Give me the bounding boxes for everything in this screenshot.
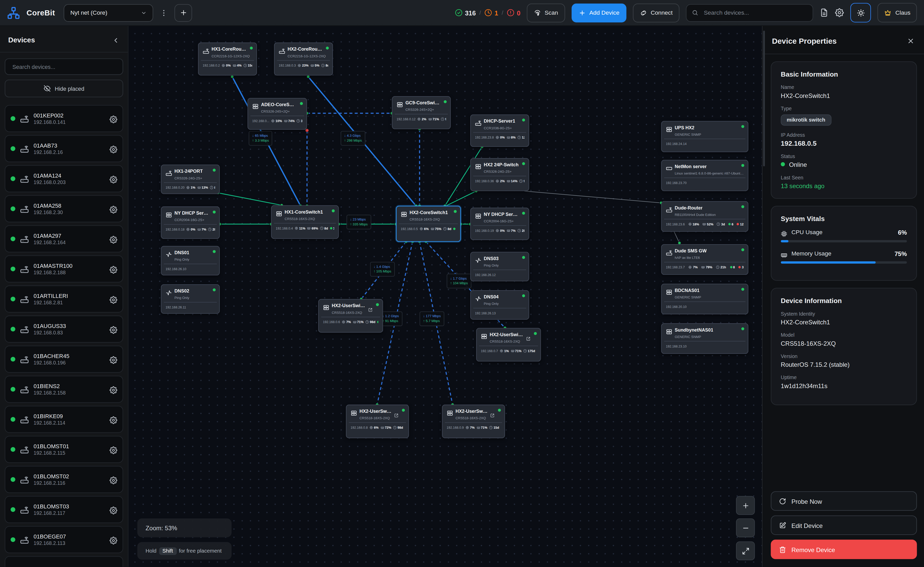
more-options-icon[interactable] xyxy=(160,8,168,18)
device-settings-gear-icon[interactable] xyxy=(110,325,117,333)
external-link-icon[interactable] xyxy=(368,304,372,308)
memory-stat: 71% xyxy=(510,349,521,352)
ram-icon xyxy=(380,426,384,429)
clock-icon xyxy=(524,349,527,352)
device-list-item[interactable]: 01BS1924-KAS102 xyxy=(4,556,123,567)
panel-scrollbar[interactable] xyxy=(763,31,765,166)
node-ip: 192.168.0.12 xyxy=(396,117,416,120)
device-settings-gear-icon[interactable] xyxy=(110,385,117,393)
node-adeo-coreswitch1[interactable]: ADEO-CoreSwitch1CRS326-24S+2Q+192.168.0.… xyxy=(248,98,307,130)
device-settings-gear-icon[interactable] xyxy=(110,235,117,243)
refresh-icon xyxy=(779,497,786,505)
node-dns03[interactable]: DNS03Ping Only192.168.26.12 xyxy=(470,252,529,281)
device-list-item[interactable]: 01AMASTR100192.168.2.188 xyxy=(4,256,123,283)
node-hx1-corerouter[interactable]: HX1-CoreRouterCCR2216-1G-12XS-2XQ192.168… xyxy=(198,42,257,75)
connect-button[interactable]: Connect xyxy=(633,3,680,22)
node-hx1-24port[interactable]: HX1-24PORTCRS326-24G-2S+192.168.0.201%13… xyxy=(161,164,220,194)
device-settings-gear-icon[interactable] xyxy=(110,476,117,483)
remove-device-button[interactable]: Remove Device xyxy=(771,540,917,559)
node-hx2-userswitch1[interactable]: HX2-UserSwitch1CRS518-16XS-2XQ192.168.0.… xyxy=(318,299,383,332)
device-list-item[interactable]: 01BLOMST02192.168.2.116 xyxy=(4,466,123,493)
probe-now-button[interactable]: Probe Now xyxy=(771,491,917,511)
node-sundbynetnas01[interactable]: SundbynetNAS01GENERIC SNMP192.168.23.10 xyxy=(661,323,748,353)
memory-stat: 5% xyxy=(310,63,319,67)
node-dns01[interactable]: DNS01Ping Only192.168.26.10 xyxy=(161,246,220,275)
zoom-out-button[interactable] xyxy=(736,519,755,537)
uptime-stat: 15d xyxy=(243,63,252,67)
device-list-item[interactable]: 01BACHER45192.168.0.196 xyxy=(4,346,123,373)
network-selector[interactable]: Nyt net (Core) xyxy=(64,4,154,22)
node-dns04[interactable]: DNS04Ping Only192.168.26.13 xyxy=(470,290,529,320)
node-dude-router[interactable]: Dude-RouterRB1100AHx4 Dude Edition192.16… xyxy=(661,201,748,232)
fit-view-button[interactable] xyxy=(736,541,755,560)
node-gc9-coreswitch1[interactable]: GC9-CoreSwitch1CRS326-24S+2Q+192.168.0.1… xyxy=(392,96,451,129)
external-link-icon[interactable] xyxy=(394,409,398,413)
node-dns02[interactable]: DNS02Ping Only192.168.26.11 xyxy=(161,284,220,314)
device-settings-gear-icon[interactable] xyxy=(110,295,117,303)
device-settings-gear-icon[interactable] xyxy=(110,355,117,363)
device-list-item[interactable]: 01BLOMST01192.168.2.115 xyxy=(4,436,123,463)
node-hx1-coreswitch1[interactable]: HX1-CoreSwitch1CRS518-16XS-2XQ192.168.0.… xyxy=(271,205,339,239)
collapse-sidebar-icon[interactable] xyxy=(112,36,120,44)
device-settings-gear-icon[interactable] xyxy=(110,114,117,122)
device-list-item[interactable]: 01BLOMST03192.168.2.117 xyxy=(4,496,123,523)
device-settings-gear-icon[interactable] xyxy=(110,145,117,152)
node-title: ADEO-CoreSwitch1 xyxy=(261,102,297,107)
uptime-stat: 91d xyxy=(519,179,524,182)
online-dot xyxy=(781,162,785,166)
online-dot xyxy=(10,327,15,331)
node-hx2-userswitch2[interactable]: HX2-UserSwitch2CRS518-16XS-2XQ192.168.0.… xyxy=(476,328,541,362)
node-hx2-24p-switch[interactable]: HX2 24P-SwitchCRS326-24G-2S+192.168.0.36… xyxy=(470,158,529,191)
node-ny-dhcp-server-hx1[interactable]: NY DHCP Server HX1CCR2004-16G-2S+192.168… xyxy=(161,206,220,239)
scan-button[interactable]: Scan xyxy=(527,3,565,22)
add-device-button[interactable]: Add Device xyxy=(572,3,627,22)
node-ny-dhcp-server-hx2[interactable]: NY DHCP Server HX2CCR2004-16G-2S+192.168… xyxy=(470,208,529,240)
node-bdcnas01[interactable]: BDCNAS01GENERIC SNMP192.168.20.10 xyxy=(661,284,748,314)
node-hx2-corerouter[interactable]: HX2-CoreRouterCCR2216-1G-12XS-2XQ192.168… xyxy=(274,42,333,75)
close-icon[interactable] xyxy=(907,37,915,45)
node-ups-hx2[interactable]: UPS HX2GENERIC SNMP192.168.24.14 xyxy=(661,121,748,152)
node-status-dot xyxy=(402,409,405,412)
search-devices-input[interactable] xyxy=(703,9,807,17)
zoom-in-button[interactable] xyxy=(736,496,755,515)
node-dude-sms-gw[interactable]: Dude SMS GWhAP ax lite LTE6192.168.23.77… xyxy=(661,244,748,275)
clock-icon xyxy=(443,227,447,230)
device-settings-gear-icon[interactable] xyxy=(110,416,117,423)
device-list-item[interactable]: 01BOEGE07192.168.2.113 xyxy=(4,526,123,553)
device-list-item[interactable]: 01BIENS2192.168.2.158 xyxy=(4,376,123,403)
device-settings-gear-icon[interactable] xyxy=(110,536,117,544)
node-dhcp-server1[interactable]: DHCP-Server1CCR1036-8G-2S+192.168.23.80%… xyxy=(470,114,529,147)
edit-device-button[interactable]: Edit Device xyxy=(771,515,917,535)
device-settings-gear-icon[interactable] xyxy=(110,205,117,212)
device-settings-gear-icon[interactable] xyxy=(110,265,117,273)
sidebar-search-input[interactable] xyxy=(11,63,117,71)
topology-canvas[interactable]: ↓ 65 Mbps↑ 3.3 Mbps↓ 4.3 Gbps↑ 298 Mbps↓… xyxy=(128,26,762,567)
node-hx2-userswitch4[interactable]: HX2-UserSwitch4CRS518-16XS-2XQ192.168.0.… xyxy=(442,405,505,438)
report-icon[interactable] xyxy=(820,8,829,17)
device-list-item[interactable]: 001KEP002192.168.0.141 xyxy=(4,105,123,132)
external-link-icon[interactable] xyxy=(490,409,494,413)
external-link-icon[interactable] xyxy=(526,332,530,337)
hide-placed-button[interactable]: Hide placed xyxy=(4,80,123,98)
device-list-item[interactable]: 01AAB73192.168.2.16 xyxy=(4,135,123,162)
add-network-button[interactable] xyxy=(175,4,192,22)
device-list-item[interactable]: 01AMA124192.168.0.203 xyxy=(4,165,123,192)
theme-toggle-button[interactable] xyxy=(850,3,871,23)
device-settings-gear-icon[interactable] xyxy=(110,506,117,514)
settings-gear-icon[interactable] xyxy=(835,8,844,17)
node-hx2-coreswitch1[interactable]: HX2-CoreSwitch1CRS518-16XS-2XQ192.168.0.… xyxy=(396,206,461,242)
device-settings-gear-icon[interactable] xyxy=(110,175,117,182)
device-list-item[interactable]: 01AUGUS33192.168.0.83 xyxy=(4,316,123,343)
device-list-item[interactable]: 01ARTILLERI192.168.2.81 xyxy=(4,286,123,313)
switch-icon xyxy=(447,408,453,415)
device-list-item[interactable]: 01BIRKE09192.168.2.114 xyxy=(4,406,123,433)
node-title: HX1-CoreSwitch1 xyxy=(285,209,323,215)
device-settings-gear-icon[interactable] xyxy=(110,446,117,453)
node-netmon-server[interactable]: NetMon serverLinux sentinel1 6.8.0-86-ge… xyxy=(661,160,748,191)
device-settings-gear-icon[interactable] xyxy=(110,566,117,567)
device-list-item[interactable]: 01AMA258192.168.2.30 xyxy=(4,196,123,223)
node-hx2-userswitch3[interactable]: HX2-UserSwitch3CRS518-16XS-2XQ192.168.0.… xyxy=(346,405,409,438)
server-icon xyxy=(666,164,672,170)
device-list-item[interactable]: 01AMA297192.168.2.164 xyxy=(4,226,123,253)
user-menu-button[interactable]: Claus xyxy=(878,3,917,23)
